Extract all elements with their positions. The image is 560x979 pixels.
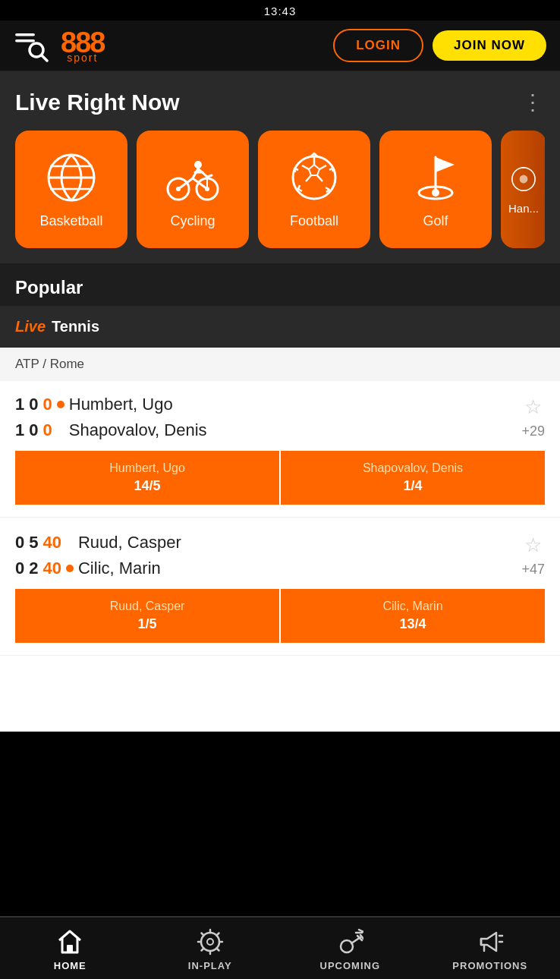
serving-dot-p4 — [66, 565, 74, 572]
p2-s2: 0 — [29, 420, 38, 440]
popular-title: Popular — [15, 277, 83, 297]
p1-s3: 0 — [43, 395, 52, 414]
p4-s3: 40 — [43, 559, 61, 578]
bet-button-humbert[interactable]: Humbert, Ugo 14/5 — [15, 451, 279, 505]
bet-button-shapovalov[interactable]: Shapovalov, Denis 1/4 — [281, 451, 545, 505]
nav-upcoming-label: UPCOMING — [320, 960, 381, 971]
nav-promotions[interactable]: PROMOTIONS — [420, 918, 561, 979]
status-bar: 13:43 — [0, 0, 560, 20]
bet-button-ruud[interactable]: Ruud, Casper 1/5 — [15, 589, 279, 643]
bet-name-4: Cilic, Marin — [382, 600, 442, 613]
inplay-icon — [197, 928, 224, 955]
more-options-icon[interactable]: ⋮ — [522, 96, 545, 109]
sport-handball[interactable]: Han... — [501, 131, 545, 248]
serving-dot-p3 — [66, 539, 74, 546]
svg-point-33 — [520, 175, 528, 184]
svg-line-43 — [216, 933, 219, 936]
bet-buttons-1: Humbert, Ugo 14/5 Shapovalov, Denis 1/4 — [15, 451, 545, 505]
bet-buttons-2: Ruud, Casper 1/5 Cilic, Marin 13/4 — [15, 589, 545, 643]
player4-name: Cilic, Marin — [78, 559, 161, 578]
match-card-2: 0 5 40 Ruud, Casper 0 2 40 Cilic, Marin … — [0, 519, 560, 656]
serving-dot-p1 — [57, 401, 64, 408]
join-button[interactable]: JOIN NOW — [433, 30, 546, 61]
sport-football[interactable]: Football — [258, 131, 370, 248]
header: 888 sport LOGIN JOIN NOW — [0, 20, 560, 71]
serving-dot-p2 — [57, 427, 64, 434]
live-sport-header: Live Tennis — [0, 306, 560, 348]
svg-line-3 — [42, 55, 47, 61]
promotions-icon — [477, 928, 504, 955]
logo: 888 sport — [61, 28, 104, 63]
menu-search-button[interactable] — [14, 29, 50, 62]
p2-s3: 0 — [43, 420, 52, 440]
p3-s1: 0 — [15, 533, 24, 552]
handball-label: Han... — [508, 202, 539, 215]
player2-row: 1 0 0 Shapovalov, Denis — [15, 420, 207, 440]
bet-odds-2: 1/4 — [403, 478, 422, 494]
bet-odds-3: 1/5 — [137, 616, 156, 632]
match-scores-row-2: 0 5 40 Ruud, Casper 0 2 40 Cilic, Marin … — [15, 533, 545, 578]
football-label: Football — [290, 213, 338, 229]
nav-home-label: HOME — [54, 960, 87, 971]
p1-s2: 0 — [29, 395, 38, 414]
player3-row: 0 5 40 Ruud, Casper — [15, 533, 181, 552]
favorite-star-2[interactable]: ☆ — [524, 534, 542, 557]
match-group-header: ATP / Rome — [0, 348, 560, 381]
football-icon — [286, 150, 342, 206]
more-bets-2: +47 — [521, 562, 545, 578]
nav-home[interactable]: HOME — [0, 918, 140, 979]
player1-row: 1 0 0 Humbert, Ugo — [15, 395, 207, 414]
sport-cycling[interactable]: Cycling — [137, 131, 249, 248]
sports-row: Basketball C — [15, 131, 545, 248]
nav-promotions-label: PROMOTIONS — [452, 960, 527, 971]
p2-s1: 1 — [15, 420, 24, 440]
sport-name: Tennis — [52, 318, 99, 335]
nav-upcoming[interactable]: UPCOMING — [280, 918, 420, 979]
status-time: 13:43 — [264, 5, 297, 17]
header-buttons: LOGIN JOIN NOW — [333, 29, 546, 62]
p4-s2: 2 — [29, 559, 38, 578]
svg-line-49 — [359, 930, 363, 932]
header-left: 888 sport — [14, 28, 104, 63]
live-badge: Live — [15, 318, 46, 335]
p3-s3: 40 — [43, 533, 61, 552]
match-right-1: ☆ +29 — [521, 395, 545, 439]
golf-icon — [407, 150, 464, 206]
cycling-icon — [165, 150, 221, 206]
live-header: Live Right Now ⋮ — [15, 90, 545, 115]
home-icon — [56, 928, 83, 955]
login-button[interactable]: LOGIN — [333, 29, 423, 62]
svg-line-27 — [302, 165, 309, 169]
svg-rect-0 — [15, 33, 35, 36]
match-scores-row-1: 1 0 0 Humbert, Ugo 1 0 0 Shapovalov, Den… — [15, 395, 545, 440]
bet-name-3: Ruud, Casper — [110, 600, 185, 613]
svg-marker-22 — [309, 165, 319, 175]
svg-line-18 — [207, 175, 212, 177]
golf-label: Golf — [423, 213, 448, 229]
live-right-now-title: Live Right Now — [15, 90, 180, 115]
sport-basketball[interactable]: Basketball — [15, 131, 127, 248]
bet-button-cilic[interactable]: Cilic, Marin 13/4 — [281, 589, 545, 643]
svg-rect-34 — [67, 945, 73, 952]
svg-point-45 — [341, 940, 353, 952]
nav-inplay-label: IN-PLAY — [188, 960, 232, 971]
svg-point-36 — [207, 939, 213, 945]
favorite-star-1[interactable]: ☆ — [524, 395, 542, 419]
match-card-1: 1 0 0 Humbert, Ugo 1 0 0 Shapovalov, Den… — [0, 381, 560, 518]
match-left-1: 1 0 0 Humbert, Ugo 1 0 0 Shapovalov, Den… — [15, 395, 207, 440]
menu-search-icon — [14, 29, 50, 62]
svg-point-31 — [432, 189, 439, 197]
bet-odds-4: 13/4 — [399, 616, 426, 632]
basketball-icon — [43, 150, 99, 206]
player2-name: Shapovalov, Denis — [69, 420, 207, 440]
match-section: ATP / Rome 1 0 0 Humbert, Ugo 1 0 0 — [0, 348, 560, 656]
svg-rect-1 — [15, 39, 35, 42]
bet-odds-1: 14/5 — [134, 478, 160, 494]
sport-golf[interactable]: Golf — [379, 131, 492, 248]
svg-line-41 — [201, 933, 203, 936]
bottom-nav: HOME IN-PLAY UPCOMING — [0, 916, 560, 979]
nav-inplay[interactable]: IN-PLAY — [140, 918, 281, 979]
svg-line-25 — [317, 175, 322, 181]
bet-name-2: Shapovalov, Denis — [363, 461, 463, 475]
player4-row: 0 2 40 Cilic, Marin — [15, 559, 181, 578]
